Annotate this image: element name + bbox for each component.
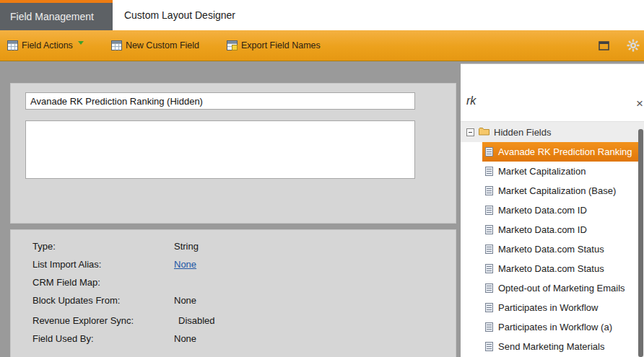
toolbar: Field Actions New Custom Field Export Fi… [0, 30, 644, 61]
grid-table-icon [7, 40, 18, 50]
field-tree: Avanade RK Prediction Ranking Market Cap… [461, 142, 638, 356]
field-icon [485, 206, 493, 215]
tree-item[interactable]: Market Capitalization [461, 162, 638, 181]
tree-item-label: Marketo Data.com Status [498, 263, 604, 274]
field-actions-label: Field Actions [22, 40, 73, 50]
field-icon [485, 186, 493, 195]
dropdown-arrow-icon [78, 41, 84, 45]
grid-table-icon [111, 40, 122, 50]
export-field-names-button[interactable]: Export Field Names [227, 40, 321, 50]
folder-icon [479, 127, 489, 138]
clear-search-icon[interactable]: × [636, 97, 643, 110]
detail-label: Block Updates From: [32, 295, 120, 306]
collapse-icon[interactable] [466, 128, 474, 136]
detail-label: List Import Alias: [32, 259, 101, 270]
tab-custom-layout-designer-label: Custom Layout Designer [124, 9, 235, 21]
tab-field-management[interactable]: Field Management [0, 0, 113, 30]
tree-item[interactable]: Opted-out of Marketing Emails [461, 278, 638, 298]
detail-label: Field Used By: [32, 333, 94, 344]
tree-item-label: Send Marketing Materials [498, 341, 604, 352]
tree-item[interactable]: Marketo Data.com ID [461, 200, 638, 220]
tree-item-label: Marketo Data.com Status [498, 244, 604, 255]
tree-item[interactable]: Marketo Data.com Status [461, 259, 638, 278]
tab-field-management-label: Field Management [10, 11, 94, 22]
toolbar-right [599, 30, 640, 61]
detail-row-revenue-explorer-sync: Revenue Explorer Sync: Disabled [11, 315, 456, 333]
field-icon [485, 264, 493, 273]
tree-item[interactable]: Market Capitalization (Base) [461, 181, 638, 200]
detail-value: String [174, 241, 199, 252]
detail-value: Disabled [178, 315, 215, 326]
field-name-input[interactable] [25, 92, 415, 110]
field-search-input[interactable] [466, 94, 614, 107]
window-icon[interactable] [599, 41, 609, 50]
tree-item[interactable]: Send Marketing Materials [461, 337, 638, 356]
export-field-names-label: Export Field Names [241, 40, 321, 50]
tree-item-label: Avanade RK Prediction Ranking [498, 146, 632, 157]
gear-icon[interactable] [627, 39, 640, 52]
grid-table-yellow-icon [227, 40, 238, 50]
tree-item-label: Market Capitalization (Base) [498, 185, 616, 196]
field-icon [485, 225, 493, 234]
field-icon [485, 342, 493, 351]
tree-item-selected[interactable]: Avanade RK Prediction Ranking [482, 142, 638, 162]
field-icon [485, 322, 493, 332]
detail-row-crm-field-map: CRM Field Map: [11, 277, 456, 295]
detail-label: Revenue Explorer Sync: [32, 315, 134, 326]
field-browser-sidebar: × Hidden Fields Avanade RK Prediction Ra… [461, 63, 644, 357]
detail-value: None [174, 333, 196, 344]
field-search-row: × [461, 64, 644, 122]
folder-hidden-fields[interactable]: Hidden Fields [461, 122, 644, 142]
field-icon [485, 167, 493, 176]
field-icon [485, 147, 493, 157]
new-custom-field-button[interactable]: New Custom Field [111, 40, 199, 50]
tree-item-label: Participates in Workflow [498, 302, 598, 313]
tree-item-label: Marketo Data.com ID [498, 224, 587, 235]
field-icon [485, 283, 493, 293]
tree-item-label: Participates in Workflow (a) [498, 322, 612, 332]
tree-item[interactable]: Marketo Data.com ID [461, 220, 638, 239]
detail-label: Type: [32, 241, 56, 252]
field-description-input[interactable] [25, 120, 415, 179]
list-import-alias-link[interactable]: None [174, 259, 196, 270]
detail-row-block-updates-from: Block Updates From: None [11, 295, 456, 313]
tree-item-label: Marketo Data.com ID [498, 205, 587, 216]
field-icon [485, 244, 493, 254]
detail-value: None [174, 295, 196, 306]
scrollbar-thumb[interactable] [638, 129, 643, 357]
tree-item[interactable]: Participates in Workflow [461, 298, 638, 317]
tab-bar: Field Management Custom Layout Designer [0, 0, 644, 30]
tree-item[interactable]: Marketo Data.com Status [461, 239, 638, 259]
detail-row-list-import-alias: List Import Alias: None [11, 259, 456, 277]
field-details-panel: Type: String List Import Alias: None CRM… [10, 229, 456, 357]
tree-item[interactable]: Participates in Workflow (a) [461, 317, 638, 337]
field-editor-panel [10, 83, 456, 224]
field-management-app: Field Management Custom Layout Designer … [0, 0, 644, 357]
sidebar-scrollbar[interactable] [638, 129, 644, 357]
folder-label: Hidden Fields [494, 127, 552, 138]
detail-row-type: Type: String [11, 241, 456, 259]
field-actions-button[interactable]: Field Actions [7, 40, 84, 50]
tab-custom-layout-designer[interactable]: Custom Layout Designer [113, 0, 247, 30]
tree-item-label: Opted-out of Marketing Emails [498, 283, 625, 294]
new-custom-field-label: New Custom Field [126, 40, 199, 50]
field-icon [485, 303, 493, 312]
tree-item-label: Market Capitalization [498, 166, 586, 177]
detail-row-field-used-by: Field Used By: None [11, 333, 456, 351]
detail-label: CRM Field Map: [32, 277, 100, 288]
